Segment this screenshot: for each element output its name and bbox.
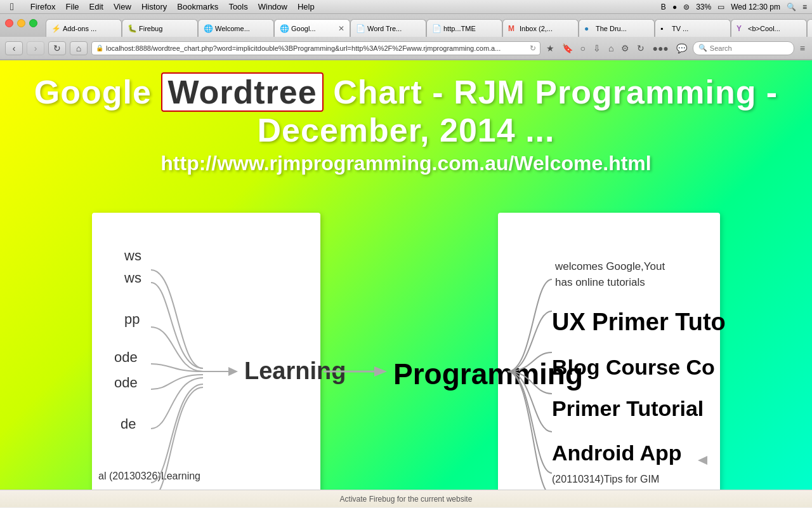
tab-label-google: Googl... [291, 25, 333, 32]
notifications-icon[interactable]: ≡ [802, 3, 807, 11]
svg-text:ode: ode [114, 349, 138, 365]
history-menu[interactable]: History [136, 0, 172, 14]
tab-label-firebug: Firebug [139, 25, 192, 32]
file-menu[interactable]: File [61, 0, 84, 14]
svg-text:UX Primer Tuto: UX Primer Tuto [552, 309, 726, 335]
tab-favicon-google: 🌐 [280, 24, 289, 33]
pocket-icon[interactable]: ○ [579, 42, 587, 55]
url-refresh-icon[interactable]: ↻ [530, 44, 536, 53]
minimize-window-button[interactable] [17, 19, 25, 27]
svg-text:is a home-based Softw: is a home-based Softw [552, 488, 655, 490]
navigation-bar: ‹ › ↻ ⌂ 🔒 localhost:8888/wordtree_chart.… [0, 37, 812, 60]
bookmark-save-icon[interactable]: 🔖 [560, 42, 575, 55]
view-menu[interactable]: View [108, 0, 136, 14]
tab-label-cool: <b>Cool... [748, 25, 801, 32]
page-content: Google Wordtree Chart - RJM Programming … [0, 60, 812, 490]
svg-text:welcomes Google,Yout: welcomes Google,Yout [554, 260, 665, 272]
apple-menu[interactable]:  [5, 0, 19, 14]
battery-indicator: 33% [696, 3, 711, 11]
page-header: Google Wordtree Chart - RJM Programming … [0, 60, 812, 182]
home-button[interactable]: ⌂ [70, 41, 88, 55]
tab-google[interactable]: 🌐 Googl... ✕ [274, 19, 350, 37]
tab-inbox[interactable]: M Inbox (2,... [502, 19, 579, 37]
tab-firebug[interactable]: 🐛 Firebug [122, 19, 198, 37]
tab-label-add-ons: Add-ons ... [63, 25, 116, 32]
search-glass-icon: 🔍 [698, 44, 707, 52]
tab-label-wordtree: Word Tre... [367, 25, 421, 32]
url-bar[interactable]: 🔒 localhost:8888/wordtree_chart.php?word… [91, 41, 540, 55]
tab-favicon-firebug: 🐛 [128, 24, 136, 33]
firebug-status-text: Activate Firebug for the current website [340, 495, 473, 504]
wordtree-highlight: Wordtree [161, 72, 323, 112]
dots-icon: ●●● [650, 42, 670, 55]
lastpass-icon: B [661, 3, 666, 11]
svg-text:al (20130326)Learning: al (20130326)Learning [98, 471, 200, 481]
tab-close-google[interactable]: ✕ [338, 24, 344, 33]
url-text: localhost:8888/wordtree_chart.php?word=i… [106, 44, 527, 52]
tab-favicon-welcome: 🌐 [204, 24, 213, 33]
tab-wordtree[interactable]: 📄 Word Tre... [350, 19, 426, 37]
browser-chrome: ⚡ Add-ons ... 🐛 Firebug 🌐 Welcome... 🌐 G… [0, 14, 812, 60]
spotlight-icon[interactable]: 🔍 [787, 3, 796, 11]
tab-tv[interactable]: ▪ TV ... [655, 19, 731, 37]
tab-label-tv: TV ... [672, 25, 725, 32]
tab-bar: ⚡ Add-ons ... 🐛 Firebug 🌐 Welcome... 🌐 G… [0, 14, 812, 37]
reload-button[interactable]: ↻ [48, 41, 66, 55]
settings-icon[interactable]: ⚙ [619, 42, 631, 55]
forward-button[interactable]: › [27, 41, 44, 55]
svg-text:ws: ws [124, 248, 141, 264]
page-subtitle: http://www.rjmprogramming.com.au/Welcome… [0, 152, 812, 175]
tab-favicon-dru: ● [584, 24, 593, 33]
tab-label-inbox: Inbox (2,... [520, 25, 573, 32]
window-menu[interactable]: Window [253, 0, 292, 14]
tab-label-dru: The Dru... [596, 25, 649, 32]
tab-newtab[interactable]: New Tab [807, 19, 812, 37]
tools-menu[interactable]: Tools [223, 0, 252, 14]
svg-text:de: de [121, 416, 136, 432]
tab-favicon-wordtree: 📄 [356, 24, 365, 33]
firefox-menu[interactable]: Firefox [25, 0, 61, 14]
page-title: Google Wordtree Chart - RJM Programming … [0, 73, 812, 149]
svg-text:ws: ws [124, 270, 141, 286]
tab-label-welcome: Welcome... [215, 25, 268, 32]
svg-text:Android App: Android App [552, 441, 682, 465]
svg-text:has online tutorials: has online tutorials [555, 276, 645, 288]
tab-favicon-http: 📄 [432, 24, 441, 33]
firebug-bar: Activate Firebug for the current website [0, 490, 812, 507]
record-icon: ● [672, 3, 677, 11]
menu-bar:  Firefox File Edit View History Bookmar… [0, 0, 812, 14]
back-button[interactable]: ‹ [5, 41, 23, 55]
tab-cool[interactable]: Y <b>Cool... [731, 19, 807, 37]
menubar-right: B ● ⊜ 33% ▭ Wed 12:30 pm 🔍 ≡ [661, 3, 807, 11]
wordtree-visualization[interactable]: ws ws pp ode ode de al (20130326)Learnin… [0, 206, 812, 490]
svg-text:pp: pp [124, 311, 140, 327]
tab-dru[interactable]: ● The Dru... [579, 19, 655, 37]
chat-icon[interactable]: 💬 [674, 42, 689, 55]
tab-welcome[interactable]: 🌐 Welcome... [198, 19, 274, 37]
tab-http[interactable]: 📄 http...TME [426, 19, 502, 37]
download-icon[interactable]: ⇩ [591, 42, 603, 55]
menu-icon[interactable]: ≡ [798, 42, 807, 55]
close-window-button[interactable] [5, 19, 13, 27]
bookmark-star-icon[interactable]: ★ [544, 42, 556, 55]
tab-favicon-tv: ▪ [660, 24, 669, 33]
sync-icon[interactable]: ↻ [635, 42, 646, 55]
url-lock-icon: 🔒 [96, 44, 103, 51]
home-nav-icon[interactable]: ⌂ [606, 42, 615, 55]
search-input[interactable] [710, 44, 789, 52]
clock: Wed 12:30 pm [731, 3, 780, 11]
help-menu[interactable]: Help [292, 0, 320, 14]
maximize-window-button[interactable] [29, 19, 37, 27]
wifi-icon: ⊜ [683, 3, 690, 11]
battery-icon: ▭ [717, 3, 724, 11]
title-google: Google [34, 74, 152, 110]
tab-add-ons[interactable]: ⚡ Add-ons ... [46, 19, 122, 37]
edit-menu[interactable]: Edit [84, 0, 108, 14]
tab-favicon-cool: Y [737, 24, 745, 33]
tab-label-http: http...TME [443, 25, 497, 32]
tab-favicon-add-ons: ⚡ [51, 24, 60, 33]
search-bar[interactable]: 🔍 [693, 41, 794, 55]
bookmarks-menu[interactable]: Bookmarks [172, 0, 223, 14]
svg-text:Blog Course Co: Blog Course Co [552, 355, 715, 379]
svg-text:ode: ode [114, 375, 138, 391]
